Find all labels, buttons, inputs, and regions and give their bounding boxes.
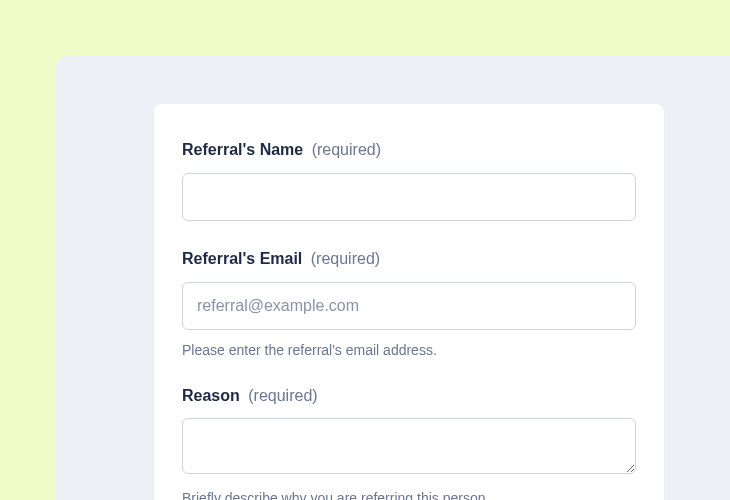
input-referral-name[interactable] bbox=[182, 173, 636, 221]
required-indicator-name: (required) bbox=[312, 141, 381, 158]
label-row-name: Referral's Name (required) bbox=[182, 140, 636, 161]
field-referral-email: Referral's Email (required) Please enter… bbox=[182, 249, 636, 358]
field-reason: Reason (required) Briefly describe why y… bbox=[182, 386, 636, 500]
referral-form-card: Referral's Name (required) Referral's Em… bbox=[154, 104, 664, 500]
label-referral-name: Referral's Name bbox=[182, 141, 303, 158]
help-text-reason: Briefly describe why you are referring t… bbox=[182, 490, 636, 500]
input-referral-email[interactable] bbox=[182, 282, 636, 330]
label-reason: Reason bbox=[182, 387, 240, 404]
required-indicator-reason: (required) bbox=[248, 387, 317, 404]
label-row-reason: Reason (required) bbox=[182, 386, 636, 407]
help-text-email: Please enter the referral's email addres… bbox=[182, 342, 636, 358]
textarea-reason[interactable] bbox=[182, 418, 636, 474]
required-indicator-email: (required) bbox=[311, 250, 380, 267]
label-row-email: Referral's Email (required) bbox=[182, 249, 636, 270]
field-referral-name: Referral's Name (required) bbox=[182, 140, 636, 221]
label-referral-email: Referral's Email bbox=[182, 250, 302, 267]
